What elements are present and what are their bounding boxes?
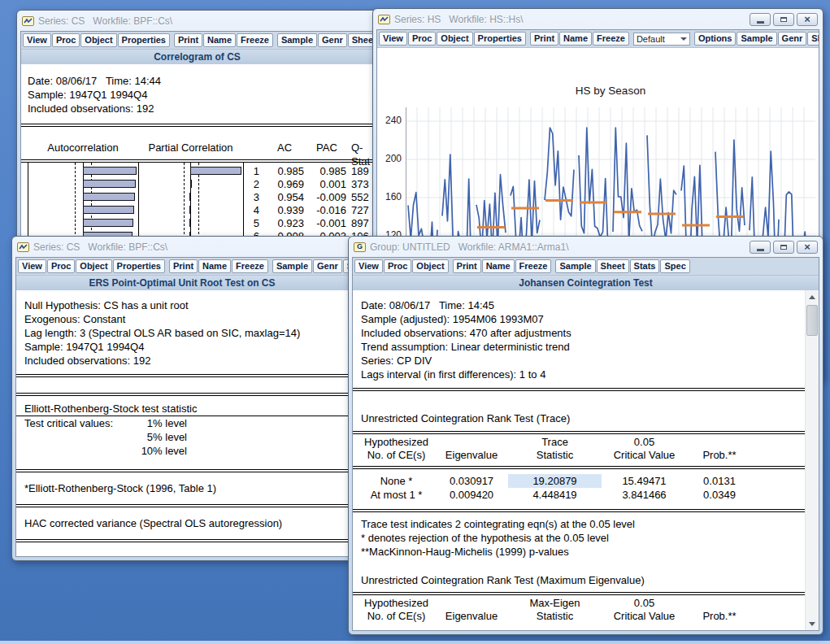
footnote-ers-table: *Elliott-Rothenberg-Stock (1996, Table 1… xyxy=(16,481,348,495)
table-cell[interactable]: 0.009420 xyxy=(435,488,508,502)
toolbar-button-sample[interactable]: Sample xyxy=(272,259,312,273)
toolbar-button-freeze[interactable]: Freeze xyxy=(237,33,273,47)
pac-bar xyxy=(189,193,191,201)
toolbar-button-genr[interactable]: Genr xyxy=(778,32,807,46)
correlogram-row[interactable]: 30.954-0.009552 xyxy=(21,190,373,203)
minimize-button[interactable] xyxy=(750,13,771,26)
correlogram-view: Date: 08/06/17 Time: 14:44 Sample: 1947Q… xyxy=(21,64,373,245)
crit-level-10pct: 10% level xyxy=(114,444,187,458)
title-bar[interactable]: Series: HS Workfile: HS::Hs\ × xyxy=(373,9,823,28)
close-button[interactable]: × xyxy=(797,13,818,26)
toolbar-button-object[interactable]: Object xyxy=(76,259,111,273)
toolbar-button-spec[interactable]: Spec xyxy=(660,259,689,273)
table-cell[interactable]: 0.0349 xyxy=(687,488,752,502)
table-cell[interactable]: 15.49471 xyxy=(602,474,687,488)
title-bar[interactable]: Series: CS Workfile: BPF::Cs\ xyxy=(12,237,352,255)
toolbar-button-genr[interactable]: Genr xyxy=(318,33,347,47)
double-rule xyxy=(16,504,348,507)
toolbar-button-stats[interactable]: Stats xyxy=(630,259,660,273)
toolbar-button-print[interactable]: Print xyxy=(530,32,558,46)
table-cell[interactable]: 3.841466 xyxy=(602,488,687,502)
trace-note-3: **MacKinnon-Haug-Michelis (1999) p-value… xyxy=(353,545,806,559)
toolbar-button-options[interactable]: Options xyxy=(694,32,737,46)
toolbar-button-proc[interactable]: Proc xyxy=(408,32,436,46)
toolbar-button-print[interactable]: Print xyxy=(174,33,202,47)
toolbar-button-freeze[interactable]: Freeze xyxy=(593,32,629,46)
col-header-ac: AC xyxy=(265,141,304,154)
series-line: Series: CP DIV xyxy=(361,354,806,368)
toolbar-button-sheet[interactable]: Sheet xyxy=(807,32,819,46)
toolbar-button-object[interactable]: Object xyxy=(437,32,472,46)
toolbar-button-sheet[interactable]: Sheet xyxy=(597,259,629,273)
null-hypothesis-line: Null Hypothesis: CS has a unit root xyxy=(24,298,348,312)
restore-button[interactable] xyxy=(773,241,794,254)
toolbar-button-print[interactable]: Print xyxy=(169,259,198,273)
window-title: Series: CS Workfile: BPF::Cs\ xyxy=(38,15,374,27)
scroll-thumb[interactable] xyxy=(806,305,818,336)
table-cell[interactable]: At most 1 * xyxy=(358,488,435,502)
series-icon xyxy=(17,242,29,252)
qstat-value: 897 xyxy=(351,216,369,230)
pac-value: -0.009 xyxy=(307,190,346,204)
graph-type-select[interactable]: Default xyxy=(633,33,690,46)
toolbar-button-name[interactable]: Name xyxy=(482,259,515,273)
maxeigen-test-heading: Unrestricted Cointegration Rank Test (Ma… xyxy=(353,573,806,587)
toolbar-button-proc[interactable]: Proc xyxy=(52,33,80,47)
table-cell[interactable]: 4.448419 xyxy=(508,488,602,502)
restore-button[interactable] xyxy=(773,13,794,26)
toolbar-button-proc[interactable]: Proc xyxy=(47,259,75,273)
sample-line: Sample (adjusted): 1954M06 1993M07 xyxy=(361,312,806,326)
toolbar-button-name[interactable]: Name xyxy=(203,33,236,47)
sample-line: Sample: 1947Q1 1994Q4 xyxy=(24,340,348,354)
table-cell[interactable]: 0.0131 xyxy=(687,474,752,488)
correlogram-row[interactable]: 40.939-0.016727 xyxy=(21,203,373,216)
toolbar-button-properties[interactable]: Properties xyxy=(113,259,165,273)
workspace-bottom-edge xyxy=(0,641,830,644)
toolbar-button-freeze[interactable]: Freeze xyxy=(515,259,552,273)
minimize-button[interactable] xyxy=(750,241,771,254)
title-bar[interactable]: Series: CS Workfile: BPF::Cs\ xyxy=(17,11,377,29)
toolbar-button-genr[interactable]: Genr xyxy=(313,259,342,273)
vertical-scrollbar[interactable] xyxy=(805,290,819,630)
toolbar-button-object[interactable]: Object xyxy=(412,259,448,273)
correlogram-row[interactable]: 10.9850.985189 xyxy=(21,164,373,177)
scroll-up-button[interactable] xyxy=(806,290,819,303)
column-header: 0.05Critical Value xyxy=(602,597,687,623)
double-rule xyxy=(353,431,806,434)
toolbar-button-view[interactable]: View xyxy=(23,33,51,47)
window-correlogram-cs[interactable]: Series: CS Workfile: BPF::Cs\ ViewProcOb… xyxy=(16,10,378,250)
toolbar-button-object[interactable]: Object xyxy=(80,33,116,47)
object-toolbar: ViewProcObjectPrintNameFreezeSampleSheet… xyxy=(353,258,819,276)
toolbar-button-print[interactable]: Print xyxy=(453,259,481,273)
toolbar-button-view[interactable]: View xyxy=(379,32,407,46)
double-rule xyxy=(353,509,806,512)
toolbar-button-properties[interactable]: Properties xyxy=(474,32,526,46)
close-button[interactable]: × xyxy=(797,241,818,254)
window-johansen-test[interactable]: G Group: UNTITLED Workfile: ARMA1::Arma1… xyxy=(348,236,823,635)
correlogram-row[interactable]: 50.923-0.001897 xyxy=(21,216,373,229)
selected-cell[interactable]: 19.20879 xyxy=(508,474,602,488)
toolbar-button-sheet[interactable]: Sheet xyxy=(348,33,373,47)
toolbar-button-freeze[interactable]: Freeze xyxy=(232,259,268,273)
lag-number: 4 xyxy=(239,203,259,217)
scroll-down-button[interactable] xyxy=(806,617,819,630)
toolbar-button-properties[interactable]: Properties xyxy=(118,33,170,47)
toolbar-button-sample[interactable]: Sample xyxy=(737,32,776,46)
toolbar-button-name[interactable]: Name xyxy=(559,32,592,46)
correlogram-row[interactable]: 20.9690.001373 xyxy=(21,177,373,190)
qstat-value: 189 xyxy=(351,164,369,178)
toolbar-button-view[interactable]: View xyxy=(354,259,383,273)
ac-value: 0.939 xyxy=(265,203,304,217)
toolbar-button-view[interactable]: View xyxy=(18,259,46,273)
pac-value: 0.985 xyxy=(307,164,346,178)
table-cell[interactable]: None * xyxy=(358,474,435,488)
window-ers-test[interactable]: Series: CS Workfile: BPF::Cs\ ViewProcOb… xyxy=(11,236,353,561)
toolbar-button-proc[interactable]: Proc xyxy=(384,259,411,273)
window-title: Series: CS Workfile: BPF::Cs\ xyxy=(33,242,349,253)
double-rule xyxy=(16,469,348,472)
toolbar-button-sample[interactable]: Sample xyxy=(277,33,317,47)
title-bar[interactable]: G Group: UNTITLED Workfile: ARMA1::Arma1… xyxy=(349,237,823,255)
toolbar-button-name[interactable]: Name xyxy=(198,259,231,273)
toolbar-button-sample[interactable]: Sample xyxy=(555,259,595,273)
table-cell[interactable]: 0.030917 xyxy=(435,474,508,488)
